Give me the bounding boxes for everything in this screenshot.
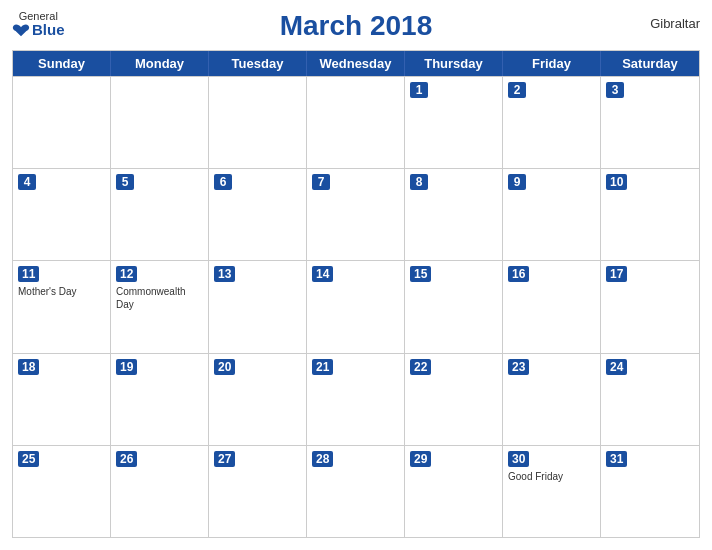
day-cell-1-3: 7 — [307, 169, 405, 260]
day-cell-1-2: 6 — [209, 169, 307, 260]
day-number: 18 — [18, 359, 39, 375]
day-cell-2-6: 17 — [601, 261, 699, 352]
day-headers-row: Sunday Monday Tuesday Wednesday Thursday… — [13, 51, 699, 76]
calendar-title: March 2018 — [280, 10, 433, 42]
day-cell-3-4: 22 — [405, 354, 503, 445]
day-number: 17 — [606, 266, 627, 282]
logo: General Blue — [12, 10, 65, 39]
day-cell-3-2: 20 — [209, 354, 307, 445]
day-cell-4-0: 25 — [13, 446, 111, 537]
day-number: 27 — [214, 451, 235, 467]
header-monday: Monday — [111, 51, 209, 76]
week-row-4: 18192021222324 — [13, 353, 699, 445]
header-tuesday: Tuesday — [209, 51, 307, 76]
day-number: 9 — [508, 174, 526, 190]
day-number: 24 — [606, 359, 627, 375]
day-number: 21 — [312, 359, 333, 375]
day-cell-1-6: 10 — [601, 169, 699, 260]
day-cell-4-5: 30Good Friday — [503, 446, 601, 537]
day-number: 5 — [116, 174, 134, 190]
day-number: 14 — [312, 266, 333, 282]
header-sunday: Sunday — [13, 51, 111, 76]
calendar-container: General Blue March 2018 Gibraltar Sunday… — [0, 0, 712, 550]
day-cell-1-4: 8 — [405, 169, 503, 260]
day-number: 13 — [214, 266, 235, 282]
day-cell-0-5: 2 — [503, 77, 601, 168]
day-cell-0-0 — [13, 77, 111, 168]
day-number: 15 — [410, 266, 431, 282]
day-number: 11 — [18, 266, 39, 282]
day-cell-3-1: 19 — [111, 354, 209, 445]
calendar-weeks: 1234567891011Mother's Day12Commonwealth … — [13, 76, 699, 537]
week-row-3: 11Mother's Day12Commonwealth Day13141516… — [13, 260, 699, 352]
day-cell-2-0: 11Mother's Day — [13, 261, 111, 352]
header-saturday: Saturday — [601, 51, 699, 76]
day-number: 7 — [312, 174, 330, 190]
day-number: 12 — [116, 266, 137, 282]
day-cell-4-1: 26 — [111, 446, 209, 537]
day-number: 19 — [116, 359, 137, 375]
logo-bird-icon — [12, 23, 30, 37]
calendar-grid: Sunday Monday Tuesday Wednesday Thursday… — [12, 50, 700, 538]
week-row-2: 45678910 — [13, 168, 699, 260]
day-number: 26 — [116, 451, 137, 467]
day-cell-3-5: 23 — [503, 354, 601, 445]
day-number: 2 — [508, 82, 526, 98]
logo-blue-text: Blue — [12, 22, 65, 39]
day-number: 3 — [606, 82, 624, 98]
day-cell-3-6: 24 — [601, 354, 699, 445]
day-number: 25 — [18, 451, 39, 467]
header-wednesday: Wednesday — [307, 51, 405, 76]
day-number: 30 — [508, 451, 529, 467]
day-number: 1 — [410, 82, 428, 98]
day-cell-4-4: 29 — [405, 446, 503, 537]
day-cell-4-2: 27 — [209, 446, 307, 537]
day-number: 28 — [312, 451, 333, 467]
day-cell-1-5: 9 — [503, 169, 601, 260]
day-cell-4-3: 28 — [307, 446, 405, 537]
day-event: Good Friday — [508, 470, 595, 483]
header-friday: Friday — [503, 51, 601, 76]
day-number: 10 — [606, 174, 627, 190]
day-cell-2-4: 15 — [405, 261, 503, 352]
day-cell-0-1 — [111, 77, 209, 168]
day-cell-2-2: 13 — [209, 261, 307, 352]
day-number: 22 — [410, 359, 431, 375]
day-cell-0-6: 3 — [601, 77, 699, 168]
day-cell-3-3: 21 — [307, 354, 405, 445]
calendar-region: Gibraltar — [650, 16, 700, 31]
day-cell-0-4: 1 — [405, 77, 503, 168]
day-number: 29 — [410, 451, 431, 467]
day-cell-2-1: 12Commonwealth Day — [111, 261, 209, 352]
day-number: 23 — [508, 359, 529, 375]
day-event: Mother's Day — [18, 285, 105, 298]
day-cell-2-5: 16 — [503, 261, 601, 352]
week-row-1: 123 — [13, 76, 699, 168]
day-number: 8 — [410, 174, 428, 190]
week-row-5: 252627282930Good Friday31 — [13, 445, 699, 537]
day-cell-1-1: 5 — [111, 169, 209, 260]
header-thursday: Thursday — [405, 51, 503, 76]
day-cell-3-0: 18 — [13, 354, 111, 445]
day-cell-2-3: 14 — [307, 261, 405, 352]
day-number: 16 — [508, 266, 529, 282]
day-cell-4-6: 31 — [601, 446, 699, 537]
day-number: 20 — [214, 359, 235, 375]
day-cell-1-0: 4 — [13, 169, 111, 260]
day-cell-0-3 — [307, 77, 405, 168]
day-cell-0-2 — [209, 77, 307, 168]
day-number: 6 — [214, 174, 232, 190]
day-event: Commonwealth Day — [116, 285, 203, 311]
day-number: 4 — [18, 174, 36, 190]
day-number: 31 — [606, 451, 627, 467]
calendar-header: General Blue March 2018 Gibraltar — [12, 10, 700, 42]
